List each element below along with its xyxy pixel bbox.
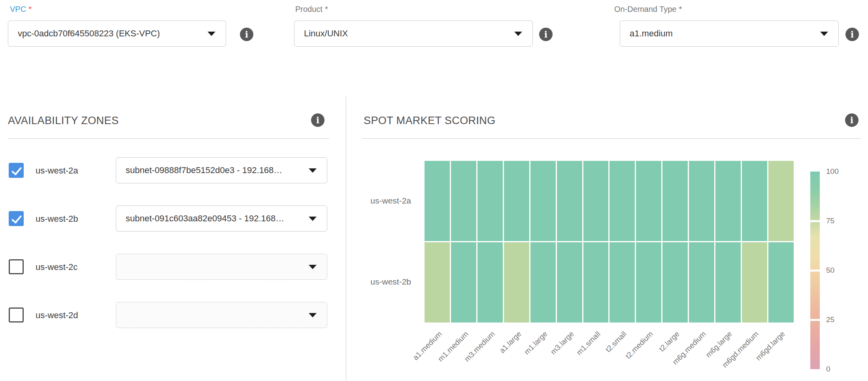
on-demand-type-label: On-Demand Type* [614, 5, 682, 14]
zone-label: us-west-2d [36, 302, 78, 328]
on-demand-type-select-value: a1.medium [630, 28, 673, 39]
heatmap-cell [689, 242, 714, 323]
heatmap-colorbar [810, 172, 820, 369]
spot-market-scoring-title: SPOT MARKET SCORING [364, 115, 496, 127]
spot-market-scoring-info-icon[interactable]: i [845, 113, 859, 127]
availability-zones-info-icon[interactable]: i [311, 113, 325, 127]
subnet-select[interactable]: subnet-09888f7be5152d0e3 - 192.168… [116, 157, 327, 183]
page: { "colors": { "label_active_blue": "#3d9… [0, 0, 868, 381]
heatmap-cell [425, 161, 450, 241]
heatmap-cell [451, 161, 476, 241]
zone-checkbox-checked[interactable] [9, 163, 24, 178]
chevron-down-icon [514, 32, 522, 36]
colorbar-tick-label: 25 [826, 315, 854, 324]
spot-market-heatmap [425, 161, 794, 323]
zone-row: us-west-2c [0, 254, 346, 280]
subnet-select[interactable] [116, 254, 327, 280]
heatmap-row-label: us-west-2b [316, 277, 411, 287]
zone-checkbox-unchecked[interactable] [9, 259, 24, 274]
colorbar-tick-gap [810, 319, 820, 321]
zone-checkbox-checked[interactable] [9, 211, 24, 226]
chevron-down-icon [309, 265, 317, 269]
vpc-info-icon[interactable]: i [240, 28, 253, 41]
heatmap-cell [504, 242, 529, 323]
heatmap-cell [609, 242, 635, 323]
heatmap-cell [689, 161, 714, 241]
product-select-value: Linux/UNIX [304, 28, 348, 39]
subnet-select-value: subnet-09888f7be5152d0e3 - 192.168… [126, 165, 282, 175]
subnet-select[interactable]: subnet-091c603aa82e09453 - 192.168… [116, 206, 327, 232]
chevron-down-icon [309, 217, 317, 221]
heatmap-cell [557, 242, 582, 323]
spot-market-scoring-divider [362, 138, 861, 139]
on-demand-type-select[interactable]: a1.medium [620, 21, 839, 47]
heatmap-cell [477, 242, 503, 323]
zone-row: us-west-2bsubnet-091c603aa82e09453 - 192… [0, 206, 346, 232]
heatmap-cell [662, 161, 688, 241]
zone-row: us-west-2asubnet-09888f7be5152d0e3 - 192… [0, 157, 346, 184]
heatmap-cell [715, 161, 741, 241]
heatmap-cell [504, 161, 529, 241]
heatmap-cell [609, 161, 635, 241]
heatmap-cell [425, 242, 450, 323]
colorbar-tick-gap [810, 270, 820, 272]
chevron-down-icon [820, 32, 828, 36]
heatmap-cell [530, 161, 556, 241]
vpc-select-value: vpc-0adcb70f645508223 (EKS-VPC) [18, 28, 160, 39]
heatmap-cell [530, 242, 556, 323]
chevron-down-icon [208, 32, 215, 36]
heatmap-row-label: us-west-2a [316, 196, 411, 206]
heatmap-cell [768, 242, 794, 323]
heatmap-cell [477, 161, 503, 241]
section-vertical-divider [346, 96, 346, 381]
subnet-select[interactable] [116, 302, 327, 328]
product-label: Product* [295, 5, 328, 14]
heatmap-cell [451, 242, 476, 323]
chevron-down-icon [309, 313, 317, 317]
heatmap-cell [636, 161, 661, 241]
availability-zones-title: AVAILABILITY ZONES [8, 115, 119, 127]
colorbar-tick-gap [810, 220, 820, 222]
heatmap-cell [583, 242, 609, 323]
availability-zones-divider [8, 138, 329, 139]
subnet-select-value: subnet-091c603aa82e09453 - 192.168… [126, 213, 284, 224]
vpc-label: VPC* [10, 5, 32, 14]
zone-label: us-west-2c [36, 254, 77, 280]
chevron-down-icon [309, 168, 317, 173]
heatmap-cell [557, 161, 582, 241]
product-info-icon[interactable]: i [539, 28, 553, 41]
colorbar-tick-label: 0 [826, 365, 854, 373]
heatmap-cell [742, 242, 767, 323]
heatmap-cell [715, 242, 741, 323]
colorbar-tick-label: 75 [826, 217, 854, 225]
zone-row: us-west-2d [0, 302, 346, 328]
zone-checkbox-unchecked[interactable] [9, 307, 24, 323]
colorbar-tick-label: 50 [826, 266, 854, 275]
vpc-select[interactable]: vpc-0adcb70f645508223 (EKS-VPC) [8, 21, 226, 47]
product-select[interactable]: Linux/UNIX [294, 21, 533, 47]
heatmap-cell [768, 161, 794, 241]
zone-label: us-west-2a [36, 157, 78, 184]
colorbar-tick-label: 100 [826, 167, 854, 176]
heatmap-cell [636, 242, 661, 323]
on-demand-type-info-icon[interactable]: i [845, 28, 859, 41]
heatmap-cell [583, 161, 609, 241]
heatmap-cell [742, 161, 767, 241]
zone-label: us-west-2b [36, 206, 78, 232]
heatmap-cell [662, 242, 688, 323]
